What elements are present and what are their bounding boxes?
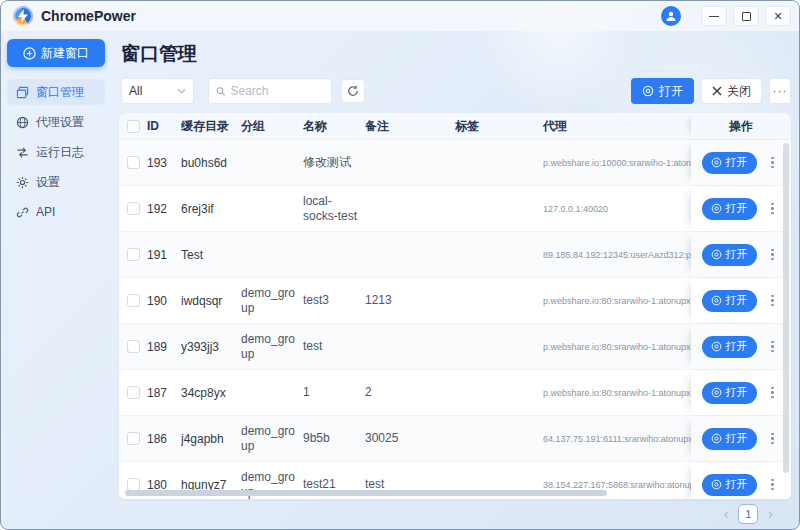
pagination: ‹ 1 › bbox=[119, 499, 791, 529]
table-row: 192 6rej3if local-socks-test 127.0.0.1:4… bbox=[119, 186, 791, 232]
open-selected-button[interactable]: 打开 bbox=[631, 78, 694, 104]
cell-remark bbox=[365, 232, 455, 277]
new-window-button[interactable]: 新建窗口 bbox=[7, 39, 105, 67]
row-open-button[interactable]: 打开 bbox=[702, 382, 757, 404]
globe-icon bbox=[16, 116, 29, 129]
open-circle-icon bbox=[711, 203, 722, 214]
refresh-button[interactable] bbox=[341, 79, 365, 103]
row-menu-button[interactable] bbox=[765, 152, 781, 174]
ellipsis-icon: ··· bbox=[773, 84, 788, 98]
row-menu-button[interactable] bbox=[765, 336, 781, 358]
header-cache-dir: 缓存目录 bbox=[181, 113, 241, 139]
row-menu-button[interactable] bbox=[765, 290, 781, 312]
row-menu-button[interactable] bbox=[765, 474, 781, 496]
row-checkbox[interactable] bbox=[127, 202, 140, 215]
cell-group bbox=[241, 232, 303, 277]
cell-proxy: p.webshare.io:80:srarwiho-1:atonupx bbox=[543, 278, 691, 323]
select-all-checkbox[interactable] bbox=[127, 120, 140, 133]
vertical-scrollbar[interactable] bbox=[783, 143, 789, 473]
more-actions-button[interactable]: ··· bbox=[769, 78, 791, 104]
row-checkbox[interactable] bbox=[127, 432, 140, 445]
sidebar-item-label: 设置 bbox=[36, 174, 60, 191]
sidebar-item-proxy-settings[interactable]: 代理设置 bbox=[7, 109, 105, 135]
sidebar-item-api[interactable]: API bbox=[7, 199, 105, 225]
header-group: 分组 bbox=[241, 113, 303, 139]
refresh-icon bbox=[347, 85, 359, 97]
sidebar-item-settings[interactable]: 设置 bbox=[7, 169, 105, 195]
row-open-label: 打开 bbox=[726, 155, 748, 170]
window-icon bbox=[16, 86, 29, 99]
search-icon bbox=[216, 86, 226, 97]
row-checkbox[interactable] bbox=[127, 340, 140, 353]
row-checkbox[interactable] bbox=[127, 478, 140, 491]
close-icon: × bbox=[774, 9, 782, 23]
app-title: ChromePower bbox=[41, 8, 136, 24]
cell-tag bbox=[455, 140, 543, 185]
cell-remark: 1213 bbox=[365, 278, 455, 323]
next-page-button[interactable]: › bbox=[768, 507, 773, 521]
group-filter-select[interactable]: All bbox=[121, 78, 194, 104]
main-content: 窗口管理 All 打开 bbox=[111, 31, 799, 529]
cell-id: 186 bbox=[147, 416, 181, 461]
row-checkbox[interactable] bbox=[127, 294, 140, 307]
minimize-button[interactable] bbox=[701, 6, 727, 26]
header-name: 名称 bbox=[303, 113, 365, 139]
row-menu-button[interactable] bbox=[765, 382, 781, 404]
cell-group bbox=[241, 186, 303, 231]
cell-name: 1 bbox=[303, 370, 365, 415]
row-open-button[interactable]: 打开 bbox=[702, 198, 757, 220]
cell-group: demo_group bbox=[241, 324, 303, 369]
table-row: 189 y393jj3 demo_group test p.webshare.i… bbox=[119, 324, 791, 370]
row-open-button[interactable]: 打开 bbox=[702, 290, 757, 312]
open-circle-icon bbox=[711, 387, 722, 398]
link-icon bbox=[16, 206, 29, 219]
table-row: 191 Test 89.185.84.192:12345:userAazd312… bbox=[119, 232, 791, 278]
close-selected-button[interactable]: 关闭 bbox=[701, 78, 762, 104]
gear-icon bbox=[16, 176, 29, 189]
logs-icon bbox=[16, 146, 29, 159]
cell-remark bbox=[365, 324, 455, 369]
row-open-button[interactable]: 打开 bbox=[702, 336, 757, 358]
cell-name: test3 bbox=[303, 278, 365, 323]
open-selected-label: 打开 bbox=[659, 83, 683, 100]
cell-tag bbox=[455, 232, 543, 277]
sidebar-item-window-management[interactable]: 窗口管理 bbox=[7, 79, 105, 105]
cell-id: 191 bbox=[147, 232, 181, 277]
header-actions: 操作 bbox=[691, 113, 791, 139]
cell-id: 190 bbox=[147, 278, 181, 323]
cell-tag bbox=[455, 186, 543, 231]
row-menu-button[interactable] bbox=[765, 198, 781, 220]
cell-name: local-socks-test bbox=[303, 186, 365, 231]
window-table: ID 缓存目录 分组 名称 备注 标签 代理 操作 193 bu0hs6d bbox=[119, 113, 791, 499]
row-open-label: 打开 bbox=[726, 339, 748, 354]
row-open-button[interactable]: 打开 bbox=[702, 152, 757, 174]
chevron-down-icon bbox=[177, 88, 186, 94]
open-circle-icon bbox=[711, 341, 722, 352]
sidebar-nav: 窗口管理 代理设置 运行日志 设置 API bbox=[7, 79, 105, 225]
horizontal-scrollbar[interactable] bbox=[125, 490, 607, 496]
row-open-button[interactable]: 打开 bbox=[702, 244, 757, 266]
row-open-label: 打开 bbox=[726, 293, 748, 308]
current-page[interactable]: 1 bbox=[738, 504, 758, 524]
user-avatar[interactable] bbox=[661, 6, 681, 26]
cell-cache-dir: bu0hs6d bbox=[181, 140, 241, 185]
maximize-button[interactable] bbox=[733, 6, 759, 26]
prev-page-button[interactable]: ‹ bbox=[724, 507, 729, 521]
row-checkbox[interactable] bbox=[127, 156, 140, 169]
row-open-label: 打开 bbox=[726, 431, 748, 446]
cell-group bbox=[241, 140, 303, 185]
search-input[interactable] bbox=[231, 84, 324, 98]
row-menu-button[interactable] bbox=[765, 428, 781, 450]
table-row: 186 j4gapbh demo_group 9b5b 30025 64.137… bbox=[119, 416, 791, 462]
sidebar-item-run-logs[interactable]: 运行日志 bbox=[7, 139, 105, 165]
row-checkbox[interactable] bbox=[127, 248, 140, 261]
cell-remark: 2 bbox=[365, 370, 455, 415]
cell-remark bbox=[365, 140, 455, 185]
row-checkbox[interactable] bbox=[127, 386, 140, 399]
plus-circle-icon bbox=[23, 47, 36, 60]
cell-cache-dir: iwdqsqr bbox=[181, 278, 241, 323]
row-menu-button[interactable] bbox=[765, 244, 781, 266]
row-open-button[interactable]: 打开 bbox=[702, 428, 757, 450]
row-open-button[interactable]: 打开 bbox=[702, 474, 757, 496]
close-button[interactable]: × bbox=[765, 6, 791, 26]
